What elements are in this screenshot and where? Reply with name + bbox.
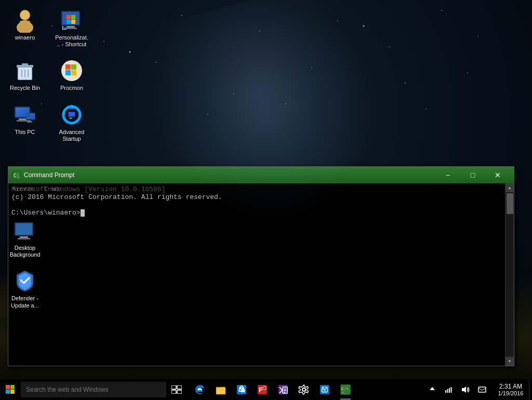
svg-point-13 <box>20 10 30 20</box>
procmon-icon <box>59 58 84 83</box>
cmd-content[interactable]: Microsoft Windows [Version 10.0.10586] (… <box>8 183 505 366</box>
scrollbar-track[interactable] <box>506 192 514 357</box>
clock-date: 1/19/2016 <box>498 390 524 396</box>
explorer-icon <box>215 384 227 395</box>
volume-icon <box>461 386 470 393</box>
cmd-taskbar-icon: C:\ >_ <box>340 384 351 395</box>
taskbar-cmd[interactable]: C:\ >_ <box>335 379 356 400</box>
svg-rect-77 <box>284 390 286 391</box>
icon-defender[interactable]: Defender - Update a... <box>5 266 45 311</box>
svg-rect-62 <box>171 385 176 389</box>
start-button[interactable] <box>0 379 21 400</box>
cmd-cursor <box>81 209 85 217</box>
tray-volume-icon[interactable] <box>458 379 473 400</box>
icon-procmon-label: Procmon <box>60 85 83 91</box>
svg-rect-35 <box>71 70 76 75</box>
desktop-bg-icon <box>12 218 37 243</box>
taskbar-explorer[interactable] <box>210 379 231 400</box>
svg-rect-39 <box>17 120 28 122</box>
icon-personalize[interactable]: Personalizat... - Shortcut <box>52 5 91 50</box>
cmd-line3 <box>11 201 502 209</box>
svg-rect-18 <box>66 15 71 19</box>
icon-recycle-bin[interactable]: Recycle Bin <box>5 56 45 94</box>
icon-defender-label: Defender - Update a... <box>8 295 42 309</box>
svg-point-73 <box>263 387 265 389</box>
scrollbar-down-arrow[interactable]: ▼ <box>506 357 514 366</box>
icon-winaero-label: winaero <box>15 34 35 41</box>
svg-point-79 <box>302 388 305 391</box>
task-view-button[interactable] <box>166 379 187 400</box>
icon-winaero[interactable]: winaero <box>5 5 45 50</box>
edge-icon <box>194 384 206 395</box>
taskbar-fiddler[interactable]: F <box>252 379 273 400</box>
icon-desktop-bg[interactable]: Desktop Background <box>5 216 45 261</box>
scrollbar-thumb[interactable] <box>507 193 513 214</box>
icon-recycle-bin-label: Recycle Bin <box>10 85 40 91</box>
taskbar-edge[interactable] <box>190 379 210 400</box>
svg-rect-27 <box>22 63 28 65</box>
taskbar-settings[interactable] <box>294 379 314 400</box>
taskbar-pinned-apps: 🛍 F <box>187 379 422 400</box>
cmd-prompt-line: C:\Users\winaero> <box>11 209 502 217</box>
svg-rect-60 <box>6 390 10 394</box>
svg-rect-63 <box>177 385 182 389</box>
left-side-icons: Desktop Background Defender - Update a..… <box>5 216 45 312</box>
svg-rect-19 <box>71 15 75 19</box>
cmd-minimize-button[interactable]: − <box>436 167 460 183</box>
clock-time: 2:31 AM <box>499 383 522 390</box>
windows-logo-icon <box>6 385 15 394</box>
scrollbar-up-arrow[interactable]: ▲ <box>506 183 514 192</box>
svg-rect-42 <box>28 121 31 122</box>
settings-icon <box>298 384 310 395</box>
cmd-window: C: _ Command Prompt − □ ✕ Network Create… <box>8 166 514 366</box>
svg-rect-21 <box>71 20 75 24</box>
svg-rect-78 <box>284 392 285 393</box>
outlook-icon: OL <box>319 384 330 395</box>
taskbar-vs[interactable] <box>273 379 294 400</box>
svg-rect-34 <box>65 70 71 75</box>
cmd-body: Microsoft Windows [Version 10.0.10586] (… <box>8 183 514 366</box>
show-desktop-button[interactable] <box>529 379 532 400</box>
advanced-startup-icon <box>59 102 84 127</box>
tray-network-icon[interactable] <box>441 379 457 400</box>
fiddler-icon: F <box>257 384 268 395</box>
icon-personalize-label: Personalizat... - Shortcut <box>55 34 89 48</box>
svg-rect-91 <box>451 387 452 393</box>
cmd-titlebar-icon: C: _ <box>12 171 21 179</box>
personalize-icon <box>59 8 84 33</box>
taskbar-clock[interactable]: 2:31 AM 1/19/2016 <box>493 383 529 396</box>
winaero-icon <box>12 8 37 33</box>
svg-text:_: _ <box>18 173 21 178</box>
svg-rect-65 <box>177 390 182 394</box>
tray-overflow-button[interactable] <box>424 379 440 400</box>
icon-this-pc[interactable]: This PC <box>5 100 45 145</box>
search-input[interactable] <box>21 382 166 397</box>
svg-rect-33 <box>71 64 76 70</box>
taskbar-store[interactable]: 🛍 <box>231 379 252 400</box>
svg-rect-90 <box>449 388 450 393</box>
svg-rect-61 <box>10 390 15 394</box>
tray-message-icon[interactable] <box>474 379 490 400</box>
svg-text:F: F <box>259 386 263 394</box>
cmd-titlebar[interactable]: C: _ Command Prompt − □ ✕ <box>8 167 514 183</box>
message-icon <box>478 386 486 393</box>
cmd-title-text: Command Prompt <box>24 171 436 179</box>
icon-advanced-startup[interactable]: Advanced Startup <box>52 100 91 145</box>
cmd-close-button[interactable]: ✕ <box>486 167 510 183</box>
svg-rect-32 <box>65 64 71 70</box>
taskbar-outlook[interactable]: OL <box>314 379 335 400</box>
icon-procmon[interactable]: Procmon <box>52 56 91 94</box>
desktop-icons: winaero <box>0 0 99 150</box>
cmd-maximize-button[interactable]: □ <box>461 167 485 183</box>
svg-text:>_: >_ <box>341 390 347 395</box>
icon-this-pc-label: This PC <box>15 129 35 136</box>
svg-rect-58 <box>6 385 10 389</box>
svg-rect-44 <box>16 108 29 117</box>
chevron-up-icon <box>430 386 435 393</box>
svg-marker-87 <box>430 387 435 390</box>
cmd-scrollbar[interactable]: ▲ ▼ <box>505 183 514 366</box>
svg-marker-92 <box>462 386 466 393</box>
svg-rect-17 <box>64 28 77 29</box>
svg-rect-47 <box>69 112 75 116</box>
icon-advanced-startup-label: Advanced Startup <box>55 129 89 142</box>
